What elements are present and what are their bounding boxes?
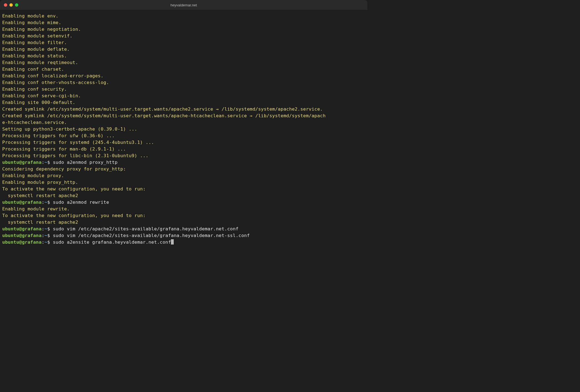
terminal-line: Enabling conf security. [2,86,365,93]
terminal-line: To activate the new configuration, you n… [2,212,365,219]
terminal-line: ubuntu@grafana:~$ sudo a2enmod rewrite [2,199,365,206]
minimize-icon[interactable] [9,3,13,7]
terminal-line: Enabling conf other-vhosts-access-log. [2,79,365,86]
terminal-line: Enabling module proxy. [2,172,365,179]
terminal-line: e-htcacheclean.service. [2,119,365,126]
terminal-line: Enabling module rewrite. [2,206,365,212]
terminal-line: ubuntu@grafana:~$ sudo a2enmod proxy_htt… [2,159,365,166]
terminal-line: Processing triggers for libc-bin (2.31-0… [2,152,365,159]
terminal-line: Created symlink /etc/systemd/system/mult… [2,106,365,113]
terminal-line: systemctl restart apache2 [2,192,365,199]
prompt-path: ~ [44,200,47,205]
window-titlebar: heyvaldemar.net [0,0,367,10]
prompt-separator: : [42,200,44,205]
terminal-line: Processing triggers for systemd (245.4-4… [2,139,365,146]
terminal-line: systemctl restart apache2 [2,219,365,226]
command-text: sudo vim /etc/apache2/sites-available/gr… [53,233,249,238]
cursor [171,239,174,245]
terminal-line: Enabling module proxy_http. [2,179,365,186]
command-text: sudo a2enmod rewrite [53,200,109,205]
prompt-path: ~ [44,240,47,245]
terminal-line: Enabling module status. [2,53,365,59]
command-text: sudo vim /etc/apache2/sites-available/gr… [53,226,238,231]
prompt-separator: : [42,160,44,165]
prompt-separator: : [42,233,44,238]
prompt-symbol: $ [47,233,53,238]
prompt-separator: : [42,240,44,245]
prompt-path: ~ [44,226,47,231]
terminal-line: Enabling module negotiation. [2,26,365,33]
prompt-path: ~ [44,233,47,238]
terminal-line: Enabling module env. [2,13,365,19]
close-icon[interactable] [4,3,7,7]
maximize-icon[interactable] [15,3,18,7]
terminal-line: Enabling conf localized-error-pages. [2,73,365,79]
terminal-line: Enabling module deflate. [2,46,365,53]
prompt-user-host: ubuntu@grafana [2,200,42,205]
prompt-separator: : [42,226,44,231]
window-title: heyvaldemar.net [170,3,197,7]
terminal-line: ubuntu@grafana:~$ sudo vim /etc/apache2/… [2,232,365,239]
terminal-line: Enabling conf charset. [2,66,365,73]
terminal-line: Processing triggers for man-db (2.9.1-1)… [2,146,365,152]
command-text: sudo a2enmod proxy_http [53,160,117,165]
prompt-user-host: ubuntu@grafana [2,240,42,245]
terminal-output[interactable]: Enabling module env.Enabling module mime… [0,10,367,248]
prompt-symbol: $ [47,226,53,231]
prompt-user-host: ubuntu@grafana [2,160,42,165]
terminal-line: Setting up python3-certbot-apache (0.39.… [2,126,365,133]
terminal-line: Enabling module reqtimeout. [2,59,365,66]
terminal-line: To activate the new configuration, you n… [2,186,365,192]
prompt-user-host: ubuntu@grafana [2,233,42,238]
terminal-line: Enabling module mime. [2,19,365,26]
terminal-line: Enabling conf serve-cgi-bin. [2,93,365,99]
terminal-line: Enabling site 000-default. [2,99,365,106]
terminal-line: ubuntu@grafana:~$ sudo a2ensite grafana.… [2,239,365,246]
terminal-line: Processing triggers for ufw (0.36-6) ... [2,133,365,139]
terminal-line: Considering dependency proxy for proxy_h… [2,166,365,172]
terminal-line: ubuntu@grafana:~$ sudo vim /etc/apache2/… [2,226,365,232]
traffic-lights [4,3,18,7]
prompt-symbol: $ [47,200,53,205]
terminal-line: Created symlink /etc/systemd/system/mult… [2,113,365,119]
prompt-symbol: $ [47,160,53,165]
prompt-symbol: $ [47,240,53,245]
prompt-path: ~ [44,160,47,165]
terminal-line: Enabling module setenvif. [2,33,365,39]
terminal-line: Enabling module filter. [2,39,365,46]
prompt-user-host: ubuntu@grafana [2,226,42,231]
command-text: sudo a2ensite grafana.heyvaldemar.net.co… [53,240,171,245]
